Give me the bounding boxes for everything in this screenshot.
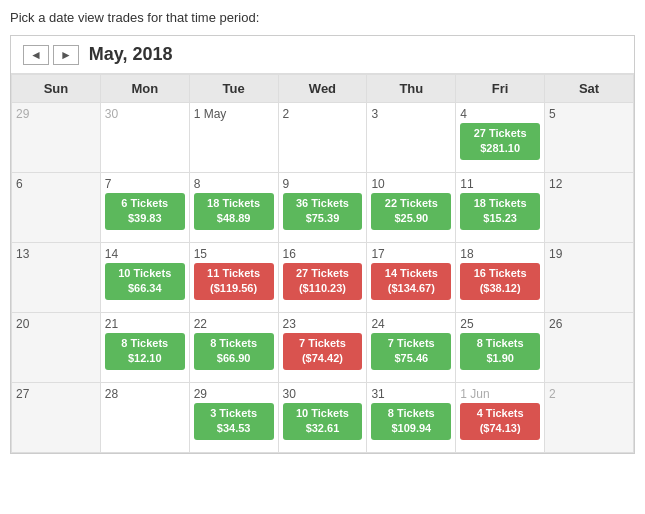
day-number: 25 [460, 317, 540, 331]
col-header-tue: Tue [189, 75, 278, 103]
day-cell: 26 [545, 313, 634, 383]
ticket-block[interactable]: 10 Tickets$32.61 [283, 403, 363, 440]
day-cell[interactable]: 293 Tickets$34.53 [189, 383, 278, 453]
calendar-header: ◄ ► May, 2018 [11, 36, 634, 74]
day-cell[interactable]: 218 Tickets$12.10 [100, 313, 189, 383]
day-cell[interactable]: 818 Tickets$48.89 [189, 173, 278, 243]
col-header-sun: Sun [12, 75, 101, 103]
day-cell: 20 [12, 313, 101, 383]
day-cell[interactable]: 258 Tickets$1.90 [456, 313, 545, 383]
day-cell[interactable]: 1511 Tickets($119.56) [189, 243, 278, 313]
day-number: 30 [283, 387, 363, 401]
day-number: 19 [549, 247, 629, 261]
day-number: 15 [194, 247, 274, 261]
day-number: 9 [283, 177, 363, 191]
day-number: 10 [371, 177, 451, 191]
col-header-mon: Mon [100, 75, 189, 103]
day-cell: 6 [12, 173, 101, 243]
day-cell: 2 [545, 383, 634, 453]
day-cell[interactable]: 1118 Tickets$15.23 [456, 173, 545, 243]
ticket-block[interactable]: 11 Tickets($119.56) [194, 263, 274, 300]
day-number: 7 [105, 177, 185, 191]
col-header-thu: Thu [367, 75, 456, 103]
ticket-block[interactable]: 18 Tickets$48.89 [194, 193, 274, 230]
day-cell: 2 [278, 103, 367, 173]
day-cell: 12 [545, 173, 634, 243]
day-number: 26 [549, 317, 629, 331]
ticket-block[interactable]: 6 Tickets$39.83 [105, 193, 185, 230]
day-number: 30 [105, 107, 185, 121]
ticket-block[interactable]: 27 Tickets($110.23) [283, 263, 363, 300]
day-number: 16 [283, 247, 363, 261]
ticket-block[interactable]: 8 Tickets$109.94 [371, 403, 451, 440]
day-cell[interactable]: 1410 Tickets$66.34 [100, 243, 189, 313]
day-number: 4 [460, 107, 540, 121]
ticket-block[interactable]: 7 Tickets$75.46 [371, 333, 451, 370]
ticket-block[interactable]: 10 Tickets$66.34 [105, 263, 185, 300]
day-cell[interactable]: 237 Tickets($74.42) [278, 313, 367, 383]
day-cell[interactable]: 1714 Tickets($134.67) [367, 243, 456, 313]
day-cell: 19 [545, 243, 634, 313]
day-number: 22 [194, 317, 274, 331]
day-cell[interactable]: 1 Jun4 Tickets($74.13) [456, 383, 545, 453]
day-number: 14 [105, 247, 185, 261]
day-number: 5 [549, 107, 629, 121]
day-number: 31 [371, 387, 451, 401]
day-cell[interactable]: 318 Tickets$109.94 [367, 383, 456, 453]
col-header-sat: Sat [545, 75, 634, 103]
day-number: 27 [16, 387, 96, 401]
day-cell[interactable]: 427 Tickets$281.10 [456, 103, 545, 173]
day-number: 3 [371, 107, 451, 121]
ticket-block[interactable]: 36 Tickets$75.39 [283, 193, 363, 230]
ticket-block[interactable]: 27 Tickets$281.10 [460, 123, 540, 160]
day-cell: 27 [12, 383, 101, 453]
day-cell[interactable]: 3010 Tickets$32.61 [278, 383, 367, 453]
ticket-block[interactable]: 18 Tickets$15.23 [460, 193, 540, 230]
calendar-table: SunMonTueWedThuFriSat 29301 May23427 Tic… [11, 74, 634, 453]
ticket-block[interactable]: 4 Tickets($74.13) [460, 403, 540, 440]
day-number: 1 Jun [460, 387, 540, 401]
day-number: 13 [16, 247, 96, 261]
day-number: 28 [105, 387, 185, 401]
day-number: 17 [371, 247, 451, 261]
day-number: 29 [16, 107, 96, 121]
ticket-block[interactable]: 16 Tickets($38.12) [460, 263, 540, 300]
day-number: 12 [549, 177, 629, 191]
day-number: 24 [371, 317, 451, 331]
day-cell[interactable]: 1022 Tickets$25.90 [367, 173, 456, 243]
day-number: 20 [16, 317, 96, 331]
next-month-button[interactable]: ► [53, 45, 79, 65]
month-title: May, 2018 [89, 44, 173, 65]
col-header-wed: Wed [278, 75, 367, 103]
day-cell[interactable]: 247 Tickets$75.46 [367, 313, 456, 383]
ticket-block[interactable]: 7 Tickets($74.42) [283, 333, 363, 370]
ticket-block[interactable]: 22 Tickets$25.90 [371, 193, 451, 230]
day-number: 11 [460, 177, 540, 191]
prev-month-button[interactable]: ◄ [23, 45, 49, 65]
day-cell[interactable]: 76 Tickets$39.83 [100, 173, 189, 243]
day-number: 6 [16, 177, 96, 191]
ticket-block[interactable]: 3 Tickets$34.53 [194, 403, 274, 440]
day-number: 2 [283, 107, 363, 121]
day-number: 21 [105, 317, 185, 331]
day-cell: 30 [100, 103, 189, 173]
day-cell[interactable]: 1627 Tickets($110.23) [278, 243, 367, 313]
day-cell[interactable]: 228 Tickets$66.90 [189, 313, 278, 383]
day-number: 1 May [194, 107, 274, 121]
day-cell: 5 [545, 103, 634, 173]
day-cell: 29 [12, 103, 101, 173]
day-cell[interactable]: 1816 Tickets($38.12) [456, 243, 545, 313]
day-cell[interactable]: 936 Tickets$75.39 [278, 173, 367, 243]
ticket-block[interactable]: 14 Tickets($134.67) [371, 263, 451, 300]
ticket-block[interactable]: 8 Tickets$1.90 [460, 333, 540, 370]
day-number: 29 [194, 387, 274, 401]
day-number: 23 [283, 317, 363, 331]
day-cell: 1 May [189, 103, 278, 173]
day-cell: 28 [100, 383, 189, 453]
ticket-block[interactable]: 8 Tickets$66.90 [194, 333, 274, 370]
col-header-fri: Fri [456, 75, 545, 103]
instruction-text: Pick a date view trades for that time pe… [10, 10, 635, 25]
day-cell: 13 [12, 243, 101, 313]
day-cell: 3 [367, 103, 456, 173]
ticket-block[interactable]: 8 Tickets$12.10 [105, 333, 185, 370]
